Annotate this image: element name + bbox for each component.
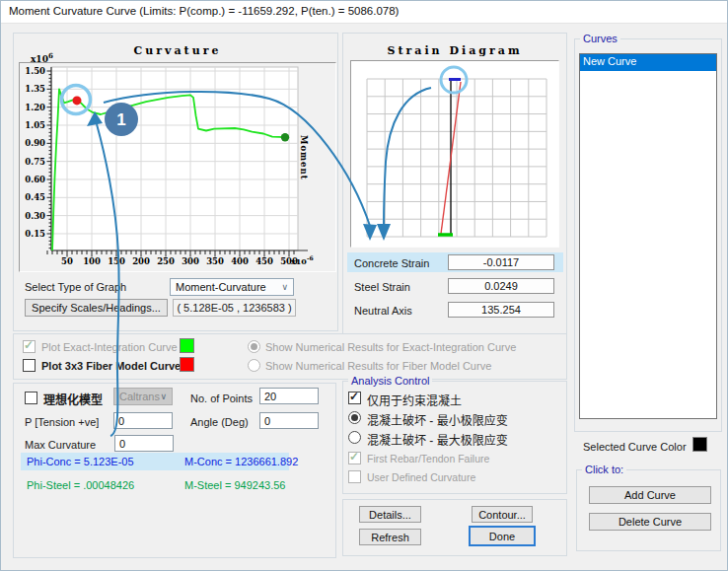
moment-axis-label: Moment — [299, 135, 309, 180]
svg-text:450: 450 — [255, 256, 273, 266]
concrete-max-strain-label: 混凝土破坏 - 最大极限应变 — [367, 431, 508, 448]
svg-text:0.60: 0.60 — [25, 175, 45, 184]
strain-diagram-title: Strain Diagram — [350, 44, 559, 57]
svg-text:300: 300 — [182, 256, 199, 266]
angle-input[interactable]: 0 — [259, 412, 319, 429]
idealized-model-combo: Caltrans ∨ — [113, 388, 173, 405]
svg-text:1.50: 1.50 — [25, 66, 45, 76]
plot-exact-checkbox — [23, 340, 36, 353]
svg-text:150: 150 — [108, 256, 125, 266]
points-input[interactable]: 20 — [259, 388, 319, 404]
x-scale-label: x10-6 — [291, 254, 314, 266]
points-label: No. of Points — [190, 393, 253, 404]
show-fiber-radio — [248, 359, 260, 372]
selected-curve-color-label: Selected Curve Color — [583, 441, 687, 453]
fiber-curve-color-swatch[interactable] — [180, 357, 194, 372]
selected-curve-color-swatch[interactable] — [692, 437, 707, 452]
idealized-model-checkbox[interactable] — [25, 392, 37, 404]
svg-text:100: 100 — [83, 256, 101, 266]
concrete-max-strain-radio[interactable] — [348, 431, 361, 444]
p-tension-label: P [Tension +ve] — [25, 416, 99, 428]
neutral-axis-label: Neutral Axis — [354, 305, 412, 317]
steel-strain-value: 0.0249 — [448, 278, 554, 294]
first-rebar-label: First Rebar/Tendon Failure — [367, 453, 489, 464]
idealized-model-group — [13, 383, 336, 558]
done-button[interactable]: Done — [469, 526, 536, 546]
exact-curve-color-swatch[interactable] — [180, 338, 194, 353]
svg-text:0.90: 0.90 — [25, 138, 45, 148]
concrete-strain-value: -0.0117 — [448, 254, 554, 270]
cursor-coordinates-readout: ( 5.128E-05 , 1236583 ) — [173, 299, 296, 317]
svg-text:250: 250 — [157, 256, 175, 266]
svg-text:200: 200 — [132, 256, 150, 266]
idealized-model-label: 理想化模型 — [43, 391, 103, 407]
svg-text:400: 400 — [231, 256, 249, 266]
concrete-min-strain-label: 混凝土破坏 - 最小极限应变 — [367, 411, 508, 428]
m-conc-result: M-Conc = 1236661.892 — [184, 456, 298, 467]
concrete-strain-label: Concrete Strain — [354, 257, 429, 269]
show-exact-label: Show Numerical Results for Exact-Integra… — [265, 341, 516, 353]
refresh-button[interactable]: Refresh — [359, 529, 421, 545]
plot-exact-label: Plot Exact-Integration Curve — [41, 341, 178, 353]
svg-text:1.05: 1.05 — [25, 120, 45, 130]
steel-strain-label: Steel Strain — [354, 281, 410, 293]
svg-text:350: 350 — [206, 256, 224, 266]
svg-text:50: 50 — [61, 256, 73, 266]
delete-curve-button[interactable]: Delete Curve — [589, 513, 711, 531]
curves-caption: Curves — [580, 33, 620, 44]
details-button[interactable]: Details... — [359, 506, 421, 523]
svg-text:0.75: 0.75 — [25, 157, 45, 167]
add-curve-button[interactable]: Add Curve — [589, 486, 711, 504]
show-exact-radio — [248, 340, 260, 353]
neutral-axis-value: 135.254 — [448, 302, 554, 318]
plot-fiber-checkbox[interactable] — [23, 359, 36, 372]
click-to-caption: Click to: — [582, 464, 626, 475]
curvature-chart-title: Curvature — [21, 44, 334, 57]
first-rebar-checkbox — [348, 452, 361, 464]
p-tension-input[interactable]: 0 — [113, 412, 173, 429]
max-curvature-input[interactable]: 0 — [114, 435, 174, 452]
chevron-down-icon: ∨ — [160, 392, 167, 401]
confined-concrete-label: 仅用于约束混凝土 — [367, 392, 462, 408]
chevron-down-icon: ∨ — [281, 282, 288, 292]
graph-type-value: Moment-Curvature — [176, 281, 266, 293]
svg-text:0.45: 0.45 — [25, 192, 45, 202]
show-fiber-label: Show Numerical Results for Fiber Model C… — [265, 360, 491, 372]
svg-text:1.20: 1.20 — [25, 103, 45, 112]
user-defined-label: User Defined Curvature — [367, 471, 475, 483]
svg-text:0.15: 0.15 — [25, 229, 45, 239]
analysis-control-caption: Analysis Control — [348, 375, 432, 387]
specify-scales-button[interactable]: Specify Scales/Headings... — [25, 299, 168, 317]
select-type-label: Select Type of Graph — [25, 281, 126, 293]
plot-fiber-label: Plot 3x3 Fiber Model Curve — [41, 360, 181, 372]
user-defined-checkbox — [348, 470, 361, 483]
confined-concrete-checkbox[interactable] — [348, 392, 361, 404]
graph-type-combo[interactable]: Moment-Curvature ∨ — [170, 278, 294, 296]
curves-listbox[interactable]: New Curve — [579, 53, 717, 419]
contour-button[interactable]: Contour... — [472, 506, 533, 523]
click-to-group — [576, 469, 721, 551]
curve-list-item[interactable]: New Curve — [580, 54, 716, 71]
concrete-min-strain-radio[interactable] — [348, 411, 361, 424]
max-curvature-label: Max Curvature — [25, 439, 96, 451]
dialog-window: Moment Curvature Curve (Limits: P(comp.)… — [0, 0, 728, 571]
phi-steel-result: Phi-Steel = .00048426 — [27, 479, 134, 491]
strain-diagram — [351, 61, 558, 247]
svg-text:1.35: 1.35 — [25, 84, 45, 94]
idealized-model-value: Caltrans — [119, 391, 160, 402]
m-steel-result: M-Steel = 949243.56 — [184, 479, 285, 491]
curvature-chart: 0.150.300.450.600.750.901.051.201.351.50… — [21, 63, 334, 271]
svg-text:0.30: 0.30 — [25, 211, 45, 221]
angle-label: Angle (Deg) — [190, 416, 249, 428]
phi-conc-result: Phi-Conc = 5.123E-05 — [27, 456, 134, 467]
